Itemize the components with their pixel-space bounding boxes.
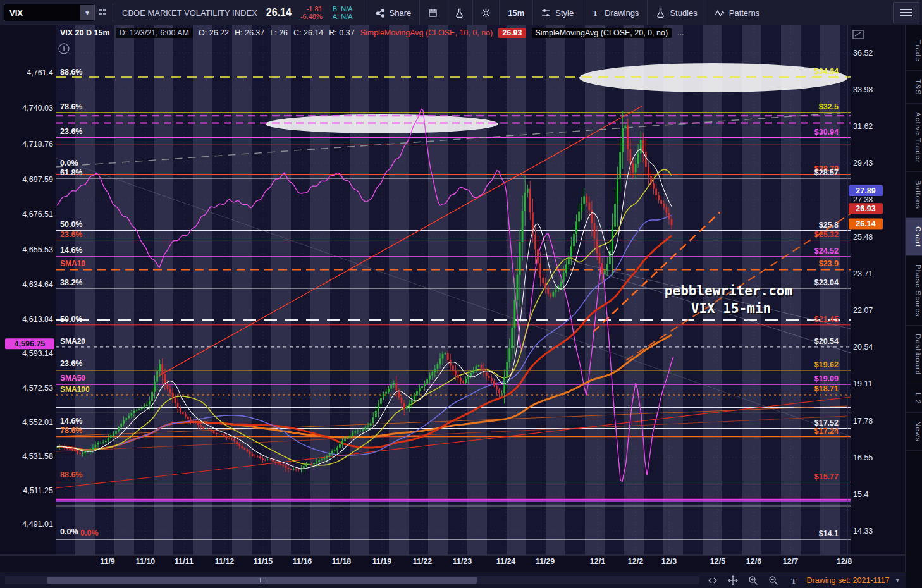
style-sliders-icon (541, 8, 551, 18)
fib-label: 78.6% (60, 102, 82, 111)
bid-value: B: N/A (333, 5, 353, 13)
share-icon (376, 8, 385, 18)
x-axis-label: 11/11 (175, 557, 194, 566)
x-axis-label: 12/6 (746, 557, 761, 566)
right-axis-tick: 17.78 (853, 417, 873, 426)
sidebar-tab-dashboard[interactable]: Dashboard (906, 326, 922, 384)
timeframe-button[interactable]: 15m (499, 0, 532, 25)
fit-width-icon[interactable] (706, 574, 720, 587)
sma-level-label: SMA100 (60, 385, 90, 394)
sidebar-tab-trade[interactable]: Trade (906, 32, 922, 71)
x-axis-label: 11/22 (413, 557, 433, 566)
style-button[interactable]: Style (532, 0, 582, 25)
left-axis-tick: 4,676.51 (22, 210, 53, 219)
change-value: -1.81 (300, 5, 323, 13)
drawings-T-icon: T (591, 8, 600, 18)
left-axis-tick: 4,572.53 (22, 384, 53, 393)
fib-label: 0.0% (60, 159, 78, 168)
bid-ask-block: B: N/A A: N/A (333, 5, 353, 20)
svg-text:4,596.75: 4,596.75 (15, 340, 46, 348)
zoom-in-icon[interactable] (746, 574, 760, 587)
analyze-button[interactable] (446, 0, 472, 25)
right-axis-tick: 15.4 (853, 490, 868, 499)
sidebar-tab-chart[interactable]: Chart (906, 218, 922, 256)
price-level-label: $18.71 (814, 384, 839, 393)
sidebar-tab-time-and-sales[interactable]: T&S (906, 71, 922, 104)
sidebar-tab-news[interactable]: News (906, 413, 922, 451)
detach-icon[interactable] (99, 8, 106, 17)
top-toolbar: VIX ▼ CBOE MARKET VOLATILITY INDEX 26.14… (0, 0, 922, 26)
sma-level-label: SMA10 (60, 259, 85, 268)
last-price: 26.14 (266, 7, 292, 18)
watermark-text: VIX 15-min (691, 301, 771, 316)
hamburger-menu-icon[interactable] (893, 2, 919, 23)
chart-scrollbar[interactable] (5, 576, 699, 584)
right-axis-tick: 33.98 (853, 85, 873, 94)
x-axis-label: 12/7 (783, 557, 798, 566)
x-axis-label: 11/9 (100, 557, 115, 566)
studies-button[interactable]: Studies (647, 0, 705, 25)
left-axis-tick: 4,740.03 (22, 104, 53, 113)
price-level-label: $24.52 (814, 247, 839, 255)
ask-value: A: N/A (333, 13, 353, 20)
fib-label: 23.6% (60, 230, 82, 239)
change-block: -1.81 -6.48% (300, 5, 323, 20)
scrollbar-thumb[interactable] (47, 577, 477, 584)
text-note-icon[interactable]: T (787, 574, 801, 587)
left-axis-tick: 4,634.64 (22, 280, 53, 289)
ellipse-drawing[interactable] (266, 114, 498, 133)
price-level-label: $32.5 (819, 102, 839, 111)
x-axis-label: 11/29 (536, 557, 555, 566)
left-axis-tick: 4,761.4 (27, 68, 53, 77)
chart-panel[interactable]: $34.84$32.5$30.94$28.79$28.57$25.8$25.32… (0, 25, 906, 572)
sidebar-tab-buttons[interactable]: Buttons (906, 172, 922, 218)
analyze-flask-icon (455, 8, 464, 18)
x-axis-label: 12/5 (710, 557, 725, 566)
svg-text:T: T (790, 576, 796, 585)
drawing-set-selector[interactable]: Drawing set: 2021-1117 (807, 576, 890, 585)
price-level-label: $28.57 (814, 168, 839, 177)
price-level-label: $20.54 (814, 337, 839, 346)
chevron-down-icon[interactable]: ▾ (895, 576, 899, 584)
share-button[interactable]: Share (367, 0, 420, 25)
x-axis-label: 12/8 (837, 557, 852, 566)
studies-flask-icon (656, 8, 665, 18)
svg-text:27.89: 27.89 (856, 187, 875, 195)
x-axis-label: 12/3 (661, 557, 677, 566)
x-axis-label: 11/15 (254, 557, 273, 566)
sidebar-tab-active-trader[interactable]: Active Trader (906, 104, 922, 172)
sidebar-tab-l2[interactable]: L 2 (906, 384, 922, 413)
svg-text:26.93: 26.93 (856, 204, 875, 213)
drawings-button[interactable]: T Drawings (582, 0, 647, 25)
fib-label: 61.8% (60, 168, 82, 177)
price-level-label: $23.04 (814, 278, 839, 287)
bottom-bar: T Drawing set: 2021-1117 ▾ (0, 572, 906, 588)
right-axis-tick: 16.55 (853, 453, 873, 462)
events-button[interactable] (419, 0, 446, 25)
fib-label: 88.6% (60, 68, 82, 77)
zoom-out-icon[interactable] (766, 574, 780, 587)
x-axis-label: 11/24 (496, 557, 516, 566)
sidebar-tab-phase-scores[interactable]: Phase Scores (906, 256, 922, 326)
x-axis-label: 11/18 (332, 557, 352, 566)
x-axis-label: 11/10 (136, 557, 156, 566)
chart-canvas[interactable]: $34.84$32.5$30.94$28.79$28.57$25.8$25.32… (0, 25, 906, 572)
right-axis-tick: 14.33 (853, 527, 873, 536)
left-axis-tick: 4,552.01 (22, 418, 53, 427)
fib-label: 14.6% (60, 246, 82, 255)
x-axis-label: 11/23 (453, 557, 472, 566)
x-axis-label: 11/19 (372, 557, 392, 566)
pan-icon[interactable] (726, 574, 740, 587)
symbol-combobox[interactable]: VIX ▼ (4, 4, 95, 21)
patterns-button[interactable]: Patterns (706, 0, 768, 25)
left-axis-tick: 4,531.58 (22, 452, 53, 461)
fib-label: 50.0% (60, 220, 82, 229)
left-axis-tick: 4,697.59 (22, 175, 53, 184)
svg-text:i: i (63, 45, 65, 52)
fib-label: 38.2% (60, 278, 82, 287)
x-axis-label: 12/1 (590, 557, 605, 566)
settings-button[interactable] (472, 0, 499, 25)
chevron-down-icon[interactable]: ▼ (80, 5, 94, 20)
ellipse-drawing[interactable] (579, 63, 847, 92)
watermark-text: pebblewriter.com (665, 283, 792, 298)
